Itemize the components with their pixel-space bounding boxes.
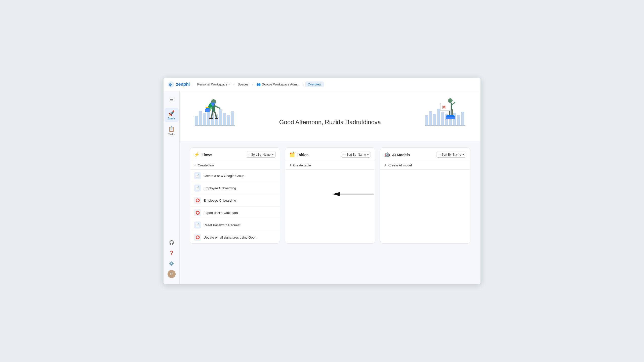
cards-wrapper: ⚡ Flows ≡ Sort By Name ▾ +	[180, 141, 480, 250]
create-flow-plus-icon: +	[194, 163, 196, 167]
sidebar-item-tasks[interactable]: 📋 Tasks	[165, 124, 179, 138]
flow-item-5-name: Reset Password Request	[204, 223, 240, 227]
svg-rect-25	[205, 109, 210, 112]
svg-rect-3	[199, 111, 202, 126]
create-flow-label: Create flow	[198, 163, 214, 167]
tasks-icon: 📋	[168, 126, 175, 132]
svg-rect-8	[219, 109, 222, 126]
flows-sort-control[interactable]: ≡ Sort By Name ▾	[246, 152, 276, 158]
ai-models-card: 🤖 AI Models ≡ Sort By Name ▾ +	[380, 147, 470, 244]
workspace-chevron: ▾	[228, 83, 230, 86]
create-ai-plus-icon: +	[384, 163, 387, 167]
spaces-label: Spaces	[238, 82, 249, 86]
flows-title-group: ⚡ Flows	[194, 152, 212, 157]
nav-personal-workspace[interactable]: Personal Workspace ▾	[195, 81, 232, 87]
svg-rect-30	[437, 109, 440, 126]
flow-item-6[interactable]: ⭕ Update email signatures using Goo...	[190, 231, 280, 243]
flow-item-4[interactable]: ⭕ Export user's Vault data	[190, 207, 280, 219]
flow-item-2[interactable]: 📄 Employee Offboarding	[190, 182, 280, 194]
create-ai-label: Create AI model	[388, 163, 412, 167]
app-logo[interactable]: φ zenphi	[168, 81, 190, 88]
flow-item-2-name: Employee Offboarding	[204, 186, 236, 190]
create-table-label: Create table	[293, 163, 311, 167]
tables-sort-label: Name	[358, 153, 366, 156]
svg-point-38	[448, 98, 453, 103]
flow-item-4-icon: ⭕	[194, 209, 201, 216]
flow-item-5[interactable]: 📄 Reset Password Request	[190, 219, 280, 231]
nav-overview[interactable]: Overview	[305, 81, 324, 87]
create-flow-button[interactable]: + Create flow	[190, 161, 280, 170]
svg-text:M: M	[442, 105, 446, 109]
create-table-plus-icon: +	[289, 163, 292, 167]
nav-sep-2: ›	[252, 83, 253, 86]
overview-label: Overview	[308, 82, 321, 86]
flow-item-6-icon: ⭕	[194, 234, 201, 241]
help-icon-button[interactable]: ❓	[168, 249, 176, 257]
flow-item-3-icon: ⭕	[194, 197, 201, 204]
flows-card-header: ⚡ Flows ≡ Sort By Name ▾	[190, 148, 280, 161]
flows-list: 📄 Create a new Google Group 📄 Employee O…	[190, 170, 280, 243]
svg-rect-37	[425, 125, 465, 126]
svg-point-18	[215, 118, 218, 119]
ai-sort-label: Name	[453, 153, 461, 156]
hero-section: Good Afternoon, Ruzida Badrutdinova	[180, 91, 480, 141]
personal-workspace-label: Personal Workspace	[197, 82, 227, 86]
svg-rect-35	[457, 115, 460, 126]
tables-card: 🗂️ Tables ≡ Sort By Name ▾ +	[285, 147, 375, 244]
svg-line-45	[452, 103, 455, 105]
flow-item-6-name: Update email signatures using Goo...	[204, 236, 257, 239]
svg-rect-12	[195, 125, 235, 126]
svg-text:φ: φ	[169, 82, 172, 86]
avatar[interactable]: R	[168, 270, 176, 278]
svg-rect-11	[231, 111, 234, 126]
greeting-title: Good Afternoon, Ruzida Badrutdinova	[279, 119, 381, 126]
flows-sort-label: Name	[263, 153, 271, 156]
flows-title: Flows	[202, 153, 212, 157]
main-layout: ☰ 🚀 Space 📋 Tasks 🎧 ❓ ⚙️ R	[164, 91, 480, 284]
sidebar-item-space[interactable]: 🚀 Space	[165, 108, 179, 122]
tables-card-header: 🗂️ Tables ≡ Sort By Name ▾	[285, 148, 375, 161]
tables-icon: 🗂️	[289, 152, 295, 157]
content-area: Good Afternoon, Ruzida Badrutdinova	[180, 91, 480, 284]
flows-card: ⚡ Flows ≡ Sort By Name ▾ +	[190, 147, 280, 244]
nav-sep-1: ›	[233, 83, 234, 86]
menu-toggle-button[interactable]: ☰	[167, 95, 176, 104]
sort-icon-tables: ≡	[343, 153, 345, 156]
hero-left-illustration	[195, 93, 235, 126]
nav-google-admin[interactable]: 👥 Google Workspace Adm...	[254, 81, 302, 87]
headset-icon-button[interactable]: 🎧	[168, 238, 176, 246]
settings-icon-button[interactable]: ⚙️	[168, 259, 176, 267]
ai-models-sort-control[interactable]: ≡ Sort By Name ▾	[436, 152, 466, 158]
hero-illustrations: Good Afternoon, Ruzida Badrutdinova	[190, 93, 470, 126]
hero-right-illustration: M	[425, 93, 465, 126]
nav-spaces[interactable]: Spaces	[235, 81, 251, 87]
flow-item-2-icon: 📄	[194, 185, 201, 192]
flow-item-3[interactable]: ⭕ Employee Onboarding	[190, 194, 280, 207]
google-admin-label: Google Workspace Adm...	[262, 82, 300, 86]
create-table-button[interactable]: + Create table	[285, 161, 375, 170]
avatar-initial: R	[170, 272, 173, 276]
ai-models-icon: 🤖	[384, 152, 390, 157]
top-navigation: φ zenphi Personal Workspace ▾ › Spaces ›…	[164, 78, 480, 91]
sort-icon-flows: ≡	[248, 153, 250, 156]
svg-rect-10	[227, 115, 230, 126]
flows-sort-by: Sort By	[251, 153, 261, 156]
tables-sort-control[interactable]: ≡ Sort By Name ▾	[341, 152, 371, 158]
flow-item-3-name: Employee Onboarding	[204, 199, 236, 202]
ai-models-title-group: 🤖 AI Models	[384, 152, 410, 157]
svg-rect-28	[429, 111, 432, 126]
space-icon: 🚀	[168, 110, 175, 116]
sidebar: ☰ 🚀 Space 📋 Tasks 🎧 ❓ ⚙️ R	[164, 91, 180, 284]
flow-item-1[interactable]: 📄 Create a new Google Group	[190, 170, 280, 182]
sidebar-item-space-label: Space	[168, 117, 175, 120]
flows-icon: ⚡	[194, 152, 199, 157]
cards-section: ⚡ Flows ≡ Sort By Name ▾ +	[180, 141, 480, 250]
ai-sort-by: Sort By	[442, 153, 452, 156]
svg-rect-4	[203, 113, 206, 126]
flow-item-1-name: Create a new Google Group	[204, 174, 245, 178]
flow-item-4-name: Export user's Vault data	[204, 211, 238, 215]
svg-rect-2	[195, 116, 198, 126]
create-ai-model-button[interactable]: + Create AI model	[380, 161, 470, 170]
flow-item-1-icon: 📄	[194, 172, 201, 179]
svg-point-17	[209, 118, 213, 119]
